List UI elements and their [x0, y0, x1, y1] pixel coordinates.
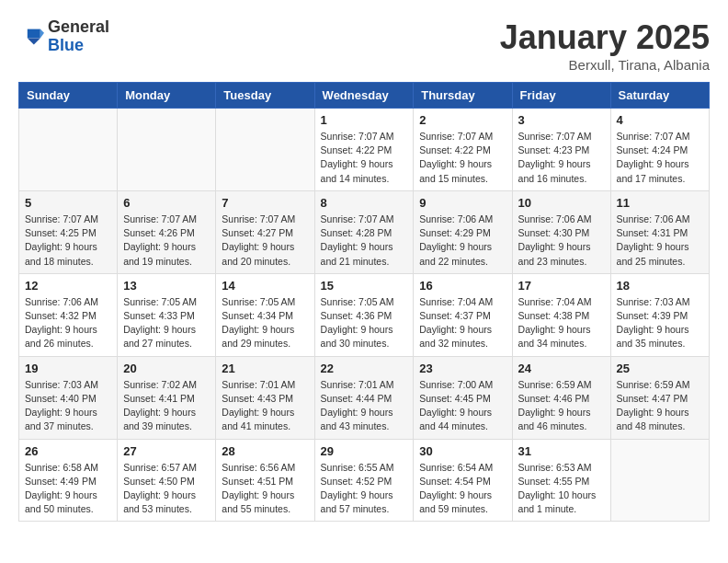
- logo-text: General Blue: [48, 18, 109, 55]
- day-number: 13: [123, 279, 210, 293]
- calendar-week-row: 19Sunrise: 7:03 AM Sunset: 4:40 PM Dayli…: [19, 356, 710, 439]
- calendar-cell: 6Sunrise: 7:07 AM Sunset: 4:26 PM Daylig…: [118, 190, 216, 273]
- calendar-cell: 14Sunrise: 7:05 AM Sunset: 4:34 PM Dayli…: [216, 273, 314, 356]
- day-number: 18: [617, 279, 703, 293]
- day-number: 16: [419, 279, 506, 293]
- day-number: 6: [123, 196, 210, 210]
- day-info: Sunrise: 7:06 AM Sunset: 4:30 PM Dayligh…: [518, 213, 605, 269]
- calendar-cell: 19Sunrise: 7:03 AM Sunset: 4:40 PM Dayli…: [19, 356, 118, 439]
- day-number: 26: [25, 444, 111, 458]
- calendar-cell: [118, 109, 216, 191]
- day-info: Sunrise: 7:07 AM Sunset: 4:22 PM Dayligh…: [419, 130, 506, 186]
- calendar-cell: 30Sunrise: 6:54 AM Sunset: 4:54 PM Dayli…: [414, 439, 512, 522]
- day-number: 29: [321, 444, 408, 458]
- calendar-week-row: 5Sunrise: 7:07 AM Sunset: 4:25 PM Daylig…: [19, 190, 710, 273]
- day-number: 28: [222, 444, 308, 458]
- calendar-week-row: 12Sunrise: 7:06 AM Sunset: 4:32 PM Dayli…: [19, 273, 710, 356]
- calendar-cell: 10Sunrise: 7:06 AM Sunset: 4:30 PM Dayli…: [512, 190, 610, 273]
- day-info: Sunrise: 6:58 AM Sunset: 4:49 PM Dayligh…: [25, 461, 111, 517]
- page-header: General Blue January 2025 Berxull, Tiran…: [18, 18, 710, 73]
- day-info: Sunrise: 7:04 AM Sunset: 4:37 PM Dayligh…: [419, 295, 506, 351]
- calendar-cell: 11Sunrise: 7:06 AM Sunset: 4:31 PM Dayli…: [610, 190, 709, 273]
- logo-blue-text: Blue: [48, 37, 109, 55]
- day-number: 10: [518, 196, 605, 210]
- day-info: Sunrise: 7:06 AM Sunset: 4:31 PM Dayligh…: [617, 213, 703, 269]
- calendar-week-row: 26Sunrise: 6:58 AM Sunset: 4:49 PM Dayli…: [19, 439, 710, 522]
- day-number: 3: [518, 113, 605, 127]
- day-info: Sunrise: 7:06 AM Sunset: 4:29 PM Dayligh…: [419, 213, 506, 269]
- svg-marker-1: [40, 29, 44, 38]
- day-number: 27: [123, 444, 210, 458]
- day-number: 9: [419, 196, 506, 210]
- day-number: 1: [321, 113, 408, 127]
- calendar-cell: 31Sunrise: 6:53 AM Sunset: 4:55 PM Dayli…: [512, 439, 610, 522]
- day-info: Sunrise: 7:01 AM Sunset: 4:43 PM Dayligh…: [222, 378, 308, 434]
- weekday-header: Saturday: [610, 83, 709, 109]
- calendar-cell: 9Sunrise: 7:06 AM Sunset: 4:29 PM Daylig…: [414, 190, 512, 273]
- day-number: 11: [617, 196, 703, 210]
- calendar-cell: [216, 109, 314, 191]
- logo: General Blue: [18, 18, 109, 55]
- day-number: 15: [321, 279, 408, 293]
- weekday-header: Monday: [118, 83, 216, 109]
- calendar-cell: [610, 439, 709, 522]
- day-info: Sunrise: 6:59 AM Sunset: 4:47 PM Dayligh…: [617, 378, 703, 434]
- month-title: January 2025: [500, 18, 710, 57]
- calendar-cell: 18Sunrise: 7:03 AM Sunset: 4:39 PM Dayli…: [610, 273, 709, 356]
- day-info: Sunrise: 7:07 AM Sunset: 4:22 PM Dayligh…: [321, 130, 408, 186]
- day-number: 31: [518, 444, 605, 458]
- calendar-cell: 28Sunrise: 6:56 AM Sunset: 4:51 PM Dayli…: [216, 439, 314, 522]
- calendar-cell: 17Sunrise: 7:04 AM Sunset: 4:38 PM Dayli…: [512, 273, 610, 356]
- day-info: Sunrise: 7:07 AM Sunset: 4:28 PM Dayligh…: [321, 213, 408, 269]
- day-info: Sunrise: 7:05 AM Sunset: 4:36 PM Dayligh…: [321, 295, 408, 351]
- calendar-cell: 15Sunrise: 7:05 AM Sunset: 4:36 PM Dayli…: [314, 273, 414, 356]
- calendar-cell: 1Sunrise: 7:07 AM Sunset: 4:22 PM Daylig…: [314, 109, 414, 191]
- calendar-cell: 22Sunrise: 7:01 AM Sunset: 4:44 PM Dayli…: [314, 356, 414, 439]
- day-info: Sunrise: 7:06 AM Sunset: 4:32 PM Dayligh…: [25, 295, 111, 351]
- day-info: Sunrise: 7:04 AM Sunset: 4:38 PM Dayligh…: [518, 295, 605, 351]
- svg-marker-0: [28, 29, 40, 38]
- calendar-cell: 27Sunrise: 6:57 AM Sunset: 4:50 PM Dayli…: [118, 439, 216, 522]
- calendar-cell: 21Sunrise: 7:01 AM Sunset: 4:43 PM Dayli…: [216, 356, 314, 439]
- day-info: Sunrise: 6:56 AM Sunset: 4:51 PM Dayligh…: [222, 461, 308, 517]
- calendar-cell: 7Sunrise: 7:07 AM Sunset: 4:27 PM Daylig…: [216, 190, 314, 273]
- day-number: 14: [222, 279, 308, 293]
- day-number: 5: [25, 196, 111, 210]
- day-number: 4: [617, 113, 703, 127]
- day-number: 22: [321, 362, 408, 375]
- logo-general-text: General: [48, 18, 109, 37]
- day-info: Sunrise: 7:03 AM Sunset: 4:39 PM Dayligh…: [617, 295, 703, 351]
- calendar-cell: 2Sunrise: 7:07 AM Sunset: 4:22 PM Daylig…: [414, 109, 512, 191]
- logo-icon: [18, 24, 44, 50]
- day-info: Sunrise: 7:03 AM Sunset: 4:40 PM Dayligh…: [25, 378, 111, 434]
- calendar-cell: 24Sunrise: 6:59 AM Sunset: 4:46 PM Dayli…: [512, 356, 610, 439]
- calendar-week-row: 1Sunrise: 7:07 AM Sunset: 4:22 PM Daylig…: [19, 109, 710, 191]
- day-number: 8: [321, 196, 408, 210]
- day-info: Sunrise: 7:05 AM Sunset: 4:34 PM Dayligh…: [222, 295, 308, 351]
- day-info: Sunrise: 7:02 AM Sunset: 4:41 PM Dayligh…: [123, 378, 210, 434]
- day-number: 25: [617, 362, 703, 375]
- day-info: Sunrise: 7:01 AM Sunset: 4:44 PM Dayligh…: [321, 378, 408, 434]
- day-info: Sunrise: 7:00 AM Sunset: 4:45 PM Dayligh…: [419, 378, 506, 434]
- day-number: 24: [518, 362, 605, 375]
- calendar-cell: 26Sunrise: 6:58 AM Sunset: 4:49 PM Dayli…: [19, 439, 118, 522]
- calendar-header-row: SundayMondayTuesdayWednesdayThursdayFrid…: [19, 83, 710, 109]
- day-number: 19: [25, 362, 111, 375]
- weekday-header: Wednesday: [314, 83, 414, 109]
- day-number: 30: [419, 444, 506, 458]
- day-info: Sunrise: 6:55 AM Sunset: 4:52 PM Dayligh…: [321, 461, 408, 517]
- calendar-cell: 13Sunrise: 7:05 AM Sunset: 4:33 PM Dayli…: [118, 273, 216, 356]
- day-info: Sunrise: 7:07 AM Sunset: 4:23 PM Dayligh…: [518, 130, 605, 186]
- day-info: Sunrise: 6:54 AM Sunset: 4:54 PM Dayligh…: [419, 461, 506, 517]
- weekday-header: Sunday: [19, 83, 118, 109]
- day-number: 21: [222, 362, 308, 375]
- calendar-table: SundayMondayTuesdayWednesdayThursdayFrid…: [18, 82, 710, 522]
- calendar-cell: [19, 109, 118, 191]
- svg-marker-2: [28, 38, 40, 44]
- calendar-cell: 8Sunrise: 7:07 AM Sunset: 4:28 PM Daylig…: [314, 190, 414, 273]
- calendar-cell: 3Sunrise: 7:07 AM Sunset: 4:23 PM Daylig…: [512, 109, 610, 191]
- location: Berxull, Tirana, Albania: [500, 57, 710, 73]
- day-number: 7: [222, 196, 308, 210]
- title-block: January 2025 Berxull, Tirana, Albania: [500, 18, 710, 73]
- calendar-cell: 25Sunrise: 6:59 AM Sunset: 4:47 PM Dayli…: [610, 356, 709, 439]
